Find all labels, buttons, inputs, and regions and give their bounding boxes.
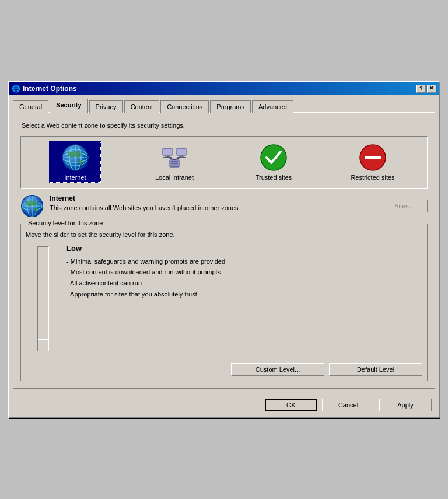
sites-button[interactable]: Sites... <box>381 200 428 212</box>
bullet-4: - Appropriate for sites that you absolut… <box>66 289 422 300</box>
slider-container: - - - <box>26 244 61 354</box>
local-intranet-icon <box>160 144 188 172</box>
level-title: Low <box>66 244 422 253</box>
globe-detail-svg <box>20 194 44 218</box>
zone-trusted-label: Trusted sites <box>256 174 292 181</box>
tab-programs[interactable]: Programs <box>210 100 251 113</box>
trusted-icon <box>260 144 288 172</box>
custom-level-button[interactable]: Custom Level... <box>231 363 324 376</box>
internet-icon <box>61 144 89 172</box>
zone-trusted-sites[interactable]: Trusted sites <box>247 141 300 183</box>
security-level-inner: Move the slider to set the security leve… <box>26 231 422 376</box>
cancel-button[interactable]: Cancel <box>322 399 374 411</box>
slider-area: - - - Low - Mi <box>26 244 422 354</box>
svg-rect-10 <box>177 148 186 155</box>
globe-internet-svg <box>61 144 89 172</box>
dialog-title: Internet Options <box>23 85 77 93</box>
svg-rect-16 <box>171 165 174 166</box>
zone-info-row: Internet This zone contains all Web site… <box>20 194 428 218</box>
zones-box: Internet <box>20 136 428 189</box>
security-level-legend: Security level for this zone <box>26 219 105 226</box>
zone-instruction: Select a Web content zone to specify its… <box>20 120 428 131</box>
level-content: Low - Minimal safeguards and warning pro… <box>66 244 422 300</box>
zone-title: Internet <box>50 194 375 203</box>
network-svg <box>160 144 188 172</box>
zone-restricted-sites[interactable]: Restricted sites <box>346 141 399 183</box>
svg-rect-8 <box>165 155 170 157</box>
security-level-group: Security level for this zone Move the sl… <box>20 224 428 381</box>
slider-thumb[interactable] <box>38 339 48 346</box>
zone-restricted-label: Restricted sites <box>351 174 394 181</box>
internet-options-dialog: 🌐 Internet Options ? ✕ General Security … <box>8 81 440 418</box>
svg-rect-23 <box>365 156 381 159</box>
close-button[interactable]: ✕ <box>427 85 436 93</box>
svg-rect-11 <box>179 155 184 157</box>
tab-advanced[interactable]: Advanced <box>252 100 293 113</box>
security-tab-panel: Select a Web content zone to specify its… <box>13 112 435 389</box>
zone-internet-label: Internet <box>64 174 86 181</box>
svg-rect-14 <box>171 161 178 162</box>
apply-button[interactable]: Apply <box>379 399 432 411</box>
tab-general[interactable]: General <box>13 100 48 113</box>
level-bullets: - Minimal safeguards and warning prompts… <box>66 256 422 300</box>
svg-rect-7 <box>163 148 172 155</box>
help-button[interactable]: ? <box>416 85 426 93</box>
bullet-2: - Most content is downloaded and run wit… <box>66 267 422 278</box>
svg-rect-15 <box>171 163 178 164</box>
slider-desc: Move the slider to set the security leve… <box>26 231 422 238</box>
title-bar-text: 🌐 Internet Options <box>12 85 77 93</box>
zone-local-intranet-label: Local intranet <box>155 174 194 181</box>
tab-security[interactable]: Security <box>50 99 88 113</box>
zone-local-intranet[interactable]: Local intranet <box>148 141 201 183</box>
bullet-1: - Minimal safeguards and warning prompts… <box>66 256 422 267</box>
ok-button[interactable]: OK <box>265 399 317 411</box>
zone-info-text-block: Internet This zone contains all Web site… <box>50 194 375 212</box>
zone-desc: This zone contains all Web sites you hav… <box>50 204 375 212</box>
bullet-3: - All active content can run <box>66 278 422 289</box>
level-buttons-row: Custom Level... Default Level <box>26 363 422 376</box>
tab-content[interactable]: Content <box>124 100 160 113</box>
zone-internet[interactable]: Internet <box>49 141 102 183</box>
restricted-svg <box>359 144 387 172</box>
title-bar: 🌐 Internet Options ? ✕ <box>9 82 439 95</box>
title-bar-controls: ? ✕ <box>416 85 436 93</box>
bottom-buttons: OK Cancel Apply <box>9 395 439 417</box>
tab-connections[interactable]: Connections <box>160 100 209 113</box>
tabs-bar: General Security Privacy Content Connect… <box>13 99 435 113</box>
restricted-icon <box>359 144 387 172</box>
slider-track[interactable]: - - - <box>37 246 49 351</box>
dialog-content: General Security Privacy Content Connect… <box>9 95 439 392</box>
dialog-icon: 🌐 <box>12 85 20 93</box>
tab-privacy[interactable]: Privacy <box>89 100 123 113</box>
trusted-svg <box>260 144 288 172</box>
zone-detail-icon <box>20 194 44 218</box>
default-level-button[interactable]: Default Level <box>329 363 422 376</box>
